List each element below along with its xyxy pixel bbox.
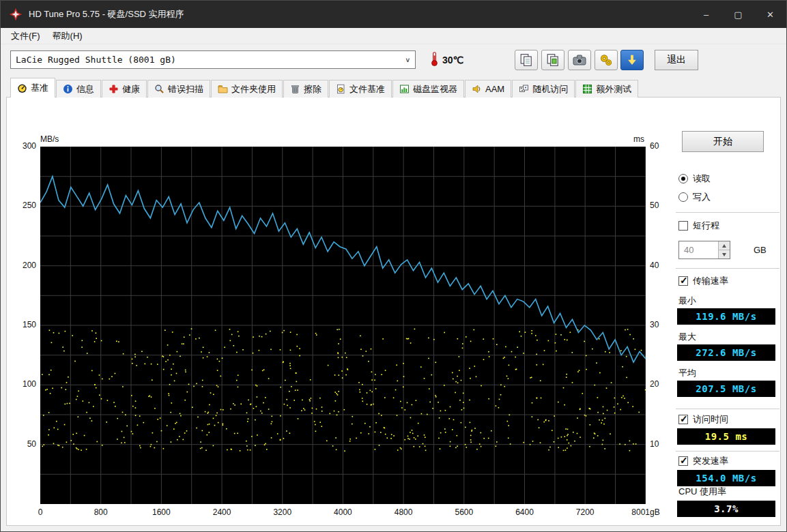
tab-label: 磁盘监视器 bbox=[413, 83, 457, 95]
window-controls: – ▢ ✕ bbox=[690, 1, 786, 28]
triangle-down-icon bbox=[722, 253, 726, 256]
tab-9[interactable]: AAM bbox=[465, 80, 511, 98]
download-arrow-icon bbox=[626, 54, 638, 66]
access-time-value: 19.5 ms bbox=[677, 428, 775, 445]
tab-label: 信息 bbox=[76, 83, 94, 95]
spin-down-button[interactable] bbox=[719, 250, 730, 258]
y-right-tick: 50 bbox=[650, 201, 677, 210]
max-value: 272.6 MB/s bbox=[677, 344, 775, 361]
short-stroke-label: 短行程 bbox=[693, 220, 719, 232]
avg-label: 平均 bbox=[678, 367, 696, 379]
checkbox-unchecked-icon bbox=[678, 221, 688, 231]
read-radio[interactable]: 读取 bbox=[678, 173, 711, 185]
short-stroke-value: 40 bbox=[679, 241, 718, 258]
chart-plot-area bbox=[40, 147, 646, 504]
divider bbox=[676, 212, 779, 213]
file-benchmark-icon bbox=[336, 84, 346, 94]
tab-10[interactable]: 随机访问 bbox=[512, 80, 575, 98]
checkbox-checked-icon bbox=[678, 456, 688, 466]
radio-selected-icon bbox=[678, 174, 688, 183]
x-axis-tick: 8001gB bbox=[625, 507, 666, 517]
burst-rate-checkbox[interactable]: 突发速率 bbox=[678, 455, 728, 467]
random-access-icon bbox=[519, 84, 529, 94]
y-left-tick: 250 bbox=[8, 201, 36, 210]
update-button[interactable] bbox=[620, 50, 644, 70]
spin-up-button[interactable] bbox=[719, 241, 730, 250]
divider bbox=[676, 409, 779, 410]
copy-icon bbox=[519, 53, 533, 67]
close-button[interactable]: ✕ bbox=[754, 1, 786, 28]
short-stroke-checkbox[interactable]: 短行程 bbox=[678, 220, 719, 232]
short-stroke-size-row: 40 GB bbox=[678, 241, 767, 259]
tab-11[interactable]: 额外测试 bbox=[575, 80, 638, 98]
copy-image-icon bbox=[546, 53, 560, 67]
tab-label: 擦除 bbox=[304, 83, 321, 95]
tab-label: 额外测试 bbox=[596, 83, 631, 95]
benchmark-page: 开始 读取 写入 短行程 40 bbox=[6, 97, 781, 526]
y-left-tick: 300 bbox=[8, 141, 36, 151]
menu-help[interactable]: 帮助(H) bbox=[46, 29, 89, 44]
y-right-tick: 20 bbox=[650, 379, 677, 389]
transfer-rate-label: 传输速率 bbox=[693, 275, 728, 287]
y-left-tick: 50 bbox=[8, 439, 36, 449]
tab-5[interactable]: 文件夹使用 bbox=[211, 80, 283, 98]
menu-bar: 文件(F) 帮助(H) bbox=[1, 28, 786, 44]
drive-select[interactable]: LaCie Rugged Shuttle (8001 gB) ∨ bbox=[10, 50, 416, 69]
options-button[interactable] bbox=[595, 50, 618, 70]
hd-tune-window: HD Tune Pro 5.75 - 硬盘/SSD 实用程序 – ▢ ✕ 文件(… bbox=[0, 0, 787, 532]
tab-label: 错误扫描 bbox=[168, 83, 203, 95]
spinner bbox=[718, 241, 730, 258]
divider bbox=[676, 268, 779, 269]
tab-2[interactable]: 信息 bbox=[56, 80, 101, 98]
tab-7[interactable]: 文件基准 bbox=[329, 80, 392, 98]
y-right-tick: 30 bbox=[650, 320, 677, 329]
avg-value: 207.5 MB/s bbox=[677, 381, 775, 397]
app-logo-icon bbox=[9, 8, 23, 21]
copy-image-button[interactable] bbox=[541, 50, 564, 70]
menu-file[interactable]: 文件(F) bbox=[5, 29, 46, 44]
exit-button[interactable]: 退出 bbox=[655, 50, 698, 70]
screenshot-button[interactable] bbox=[568, 50, 591, 70]
benchmark-chart bbox=[40, 147, 646, 504]
y-left-unit: MB/s bbox=[40, 134, 81, 144]
copy-text-button[interactable] bbox=[515, 50, 538, 70]
x-axis-tick: 800 bbox=[81, 507, 121, 517]
write-radio[interactable]: 写入 bbox=[678, 191, 711, 203]
min-label: 最小 bbox=[678, 295, 696, 307]
divider bbox=[676, 451, 779, 452]
x-axis-tick: 0 bbox=[20, 507, 61, 517]
y-right-unit: ms bbox=[616, 134, 644, 144]
tab-3[interactable]: 健康 bbox=[102, 80, 147, 98]
x-axis-tick: 3200 bbox=[262, 507, 303, 517]
tab-6[interactable]: 擦除 bbox=[283, 80, 328, 98]
tab-4[interactable]: 错误扫描 bbox=[147, 80, 210, 98]
transfer-rate-checkbox[interactable]: 传输速率 bbox=[678, 275, 728, 287]
info-icon bbox=[63, 84, 73, 94]
window-title: HD Tune Pro 5.75 - 硬盘/SSD 实用程序 bbox=[29, 8, 184, 20]
toolbar: LaCie Rugged Shuttle (8001 gB) ∨ 30℃ bbox=[1, 44, 786, 77]
chevron-down-icon: ∨ bbox=[405, 56, 410, 63]
tab-label: 健康 bbox=[122, 83, 140, 95]
minimize-button[interactable]: – bbox=[690, 1, 722, 28]
maximize-button[interactable]: ▢ bbox=[722, 1, 754, 28]
gears-icon bbox=[599, 53, 613, 67]
tab-1[interactable]: 基准 bbox=[10, 78, 55, 98]
tab-bar: 基准信息健康错误扫描文件夹使用擦除文件基准磁盘监视器AAM随机访问额外测试 bbox=[6, 78, 781, 98]
aam-icon bbox=[472, 84, 482, 94]
short-stroke-input[interactable]: 40 bbox=[678, 241, 730, 259]
thermometer-icon bbox=[430, 50, 439, 69]
x-axis-tick: 4800 bbox=[383, 507, 424, 517]
disk-monitor-icon bbox=[399, 84, 410, 94]
tab-8[interactable]: 磁盘监视器 bbox=[392, 80, 464, 98]
start-button[interactable]: 开始 bbox=[682, 131, 764, 152]
title-bar: HD Tune Pro 5.75 - 硬盘/SSD 实用程序 – ▢ ✕ bbox=[1, 1, 786, 28]
extra-tests-icon bbox=[582, 84, 592, 94]
tab-label: 基准 bbox=[31, 82, 48, 94]
tab-label: 随机访问 bbox=[532, 83, 568, 95]
x-axis-tick: 1600 bbox=[141, 507, 182, 517]
cpu-usage-value: 3.7% bbox=[677, 501, 775, 517]
checkbox-checked-icon bbox=[678, 415, 688, 424]
erase-icon bbox=[290, 84, 300, 94]
x-axis-tick: 2400 bbox=[201, 507, 242, 517]
access-time-checkbox[interactable]: 访问时间 bbox=[678, 413, 728, 426]
